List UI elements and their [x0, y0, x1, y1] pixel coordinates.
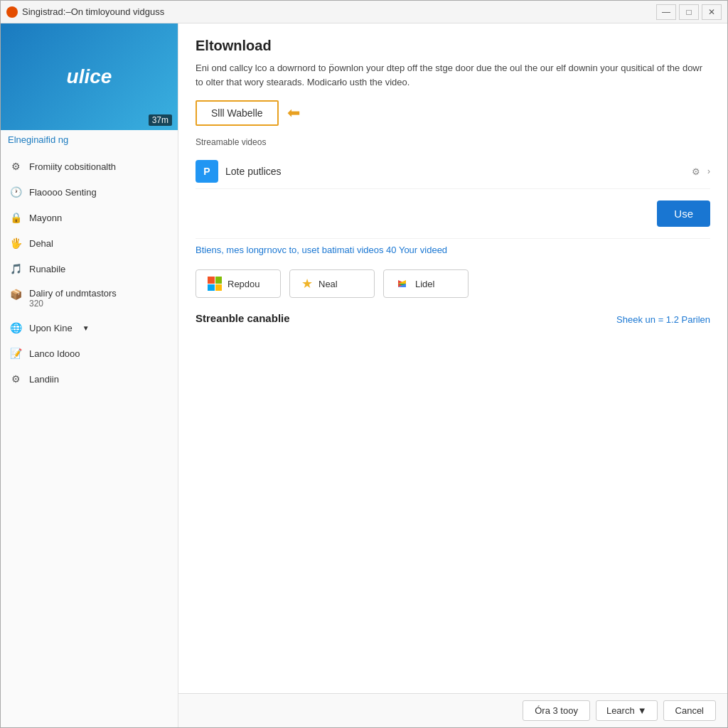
use-button-container: Use [196, 200, 710, 227]
ms-q4 [215, 284, 223, 291]
ms-q3 [208, 284, 215, 291]
minimize-button[interactable]: — [656, 4, 676, 20]
package-icon: 📦 [9, 288, 22, 301]
app-icon [6, 6, 18, 18]
use-button[interactable]: Use [657, 200, 710, 227]
section-title: Eltownload [196, 38, 710, 54]
streamable-item[interactable]: P Lote putlices ⚙ › [196, 154, 710, 189]
chevron-down-icon: ▼ [82, 324, 90, 332]
clock-icon: 🕐 [9, 186, 22, 198]
sidebar-item-label: Runabile [29, 264, 65, 274]
sidebar-item-dehal[interactable]: 🖐 Dehal [1, 230, 178, 256]
bottom-section-title: Streanble canablie [196, 312, 290, 324]
main-layout: ulice 37m Elneginaifid ng ⚙ Fromiity cob… [1, 23, 727, 727]
store-buttons-row: Repdou ★ Neal Lid [196, 269, 710, 298]
search-button[interactable]: Learch ▼ [596, 700, 658, 721]
bottom-section-header: Streanble canablie Sheek un = 1.2 Parile… [196, 312, 710, 327]
store-button-neal[interactable]: ★ Neal [289, 269, 375, 298]
bottom-bar: Óra 3 tooy Learch ▼ Cancel [178, 693, 727, 727]
sidebar-nav: ⚙ Fromiity cobsitionalth 🕐 Flaoooo Senti… [1, 154, 178, 392]
store-button-repdou[interactable]: Repdou [196, 269, 281, 298]
globe-icon: 🌐 [9, 321, 22, 334]
close-button[interactable]: ✕ [702, 4, 722, 20]
streamable-gear-icon: ⚙ [692, 166, 700, 177]
music-icon: 🎵 [9, 262, 22, 275]
store-button-lidel[interactable]: Lidel [383, 269, 469, 298]
sidebar-item-label: Fromiity cobsitionalth [29, 161, 116, 172]
ms-q2 [215, 277, 223, 284]
sidebar-app-name[interactable]: Elneginaifid ng [1, 130, 178, 154]
search-btn-label: Learch [606, 705, 635, 716]
sidebar-item-landiin[interactable]: ⚙ Landiin [1, 366, 178, 392]
store-btn-label: Lidel [415, 279, 434, 289]
ms-store-icon [208, 277, 222, 291]
see-all-link[interactable]: Sheek un = 1.2 Parilen [616, 314, 710, 325]
star-icon: ★ [301, 276, 313, 291]
sidebar-item-label: Mayonn [29, 213, 62, 223]
window-title: Singistrad:–On timloyound vidguss [22, 6, 656, 17]
cta-button[interactable]: Slll Wabelle [196, 100, 279, 126]
sidebar-item-label: Flaoooo Senting [29, 187, 97, 198]
arrow-icon: ⬅ [287, 104, 300, 122]
streamable-chevron-icon: › [707, 166, 710, 176]
sidebar-item-flaoooo[interactable]: 🕐 Flaoooo Senting [1, 179, 178, 205]
sidebar-item-label: Daliry of undmtastors [29, 288, 117, 299]
lock-icon: 🔒 [9, 211, 22, 224]
thumb-duration: 37m [149, 114, 172, 126]
content-inner: Eltownload Eni ond callcy lco a dowrnord… [178, 23, 727, 693]
cta-container: Slll Wabelle ⬅ [196, 100, 710, 126]
info-bar: Btiens, mes longrnovc to, uset batimati … [196, 238, 710, 261]
title-bar: Singistrad:–On timloyound vidguss — □ ✕ [1, 1, 727, 23]
description-text: Eni ond callcy lco a dowrnord to p̈ownlo… [196, 61, 710, 89]
settings-icon: ⚙ [9, 160, 22, 173]
streamable-label: Streamable videos [196, 137, 710, 147]
streamable-item-name: Lote putlices [225, 166, 685, 177]
sidebar-thumbnail: ulice 37m [1, 23, 178, 130]
thumb-logo: ulice [67, 65, 112, 88]
note-icon: 📝 [9, 347, 22, 360]
store-btn-label: Repdou [228, 279, 260, 289]
content-area: Eltownload Eni ond callcy lco a dowrnord… [178, 23, 727, 727]
store-btn-label: Neal [318, 279, 338, 289]
search-dropdown-arrow-icon: ▼ [638, 705, 647, 716]
sidebar: ulice 37m Elneginaifid ng ⚙ Fromiity cob… [1, 23, 178, 727]
cancel-button[interactable]: Cancel [663, 700, 716, 721]
hand-icon: 🖐 [9, 237, 22, 250]
sidebar-item-label: Upon Kine [29, 323, 73, 333]
sidebar-item-daliry[interactable]: 📦 Daliry of undmtastors 320 [1, 282, 178, 315]
sidebar-item-label: Landiin [29, 374, 59, 385]
sidebar-item-fromiity[interactable]: ⚙ Fromiity cobsitionalth [1, 154, 178, 179]
ms-q1 [208, 277, 215, 284]
back-button[interactable]: Óra 3 tooy [523, 700, 590, 721]
gear-icon: ⚙ [9, 373, 22, 385]
maximize-button[interactable]: □ [679, 4, 699, 20]
sidebar-item-label: Dehal [29, 238, 53, 249]
sidebar-item-upon-kine[interactable]: 🌐 Upon Kine ▼ [1, 315, 178, 341]
sidebar-item-count: 320 [29, 299, 117, 309]
app-window: Singistrad:–On timloyound vidguss — □ ✕ … [0, 0, 728, 728]
sidebar-item-mayonn[interactable]: 🔒 Mayonn [1, 205, 178, 230]
sidebar-item-runabile[interactable]: 🎵 Runabile [1, 256, 178, 282]
streamable-item-icon: P [196, 160, 218, 183]
sidebar-item-lanco[interactable]: 📝 Lanco Idooo [1, 341, 178, 366]
play-store-icon [395, 277, 410, 291]
sidebar-item-label: Lanco Idooo [29, 348, 80, 359]
sidebar-sub-details: Daliry of undmtastors 320 [29, 288, 117, 309]
window-controls: — □ ✕ [656, 4, 722, 20]
